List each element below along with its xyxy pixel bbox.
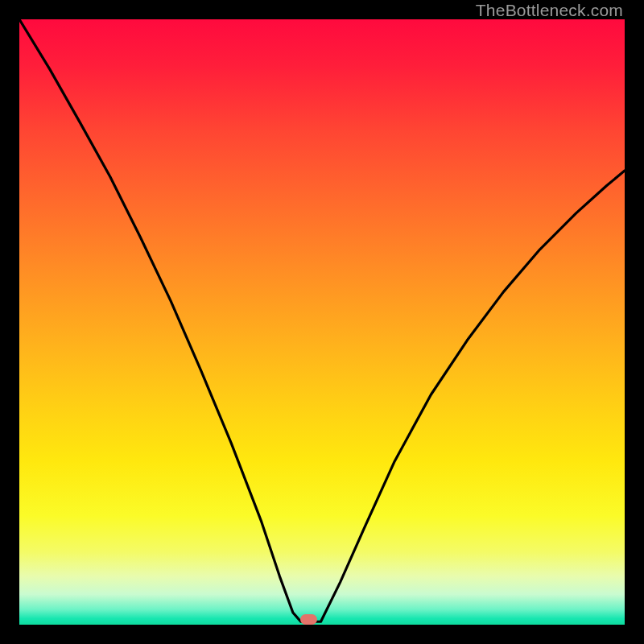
- minimum-marker: [300, 614, 317, 625]
- chart-frame: TheBottleneck.com: [0, 0, 644, 644]
- bottleneck-curve: [19, 19, 625, 625]
- plot-area: [19, 19, 625, 625]
- watermark-text: TheBottleneck.com: [476, 1, 623, 20]
